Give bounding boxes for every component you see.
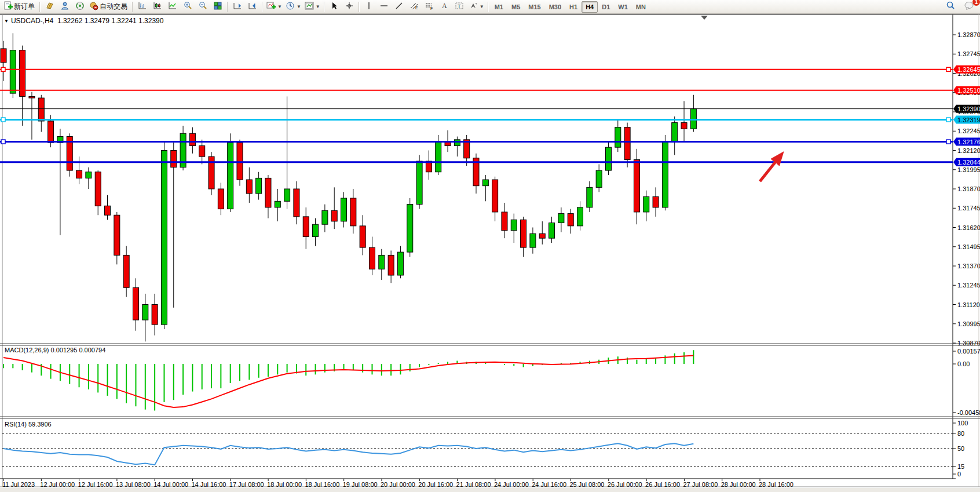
autotrade-button[interactable]: 自动交易 (87, 1, 130, 13)
time-axis-label: 25 Jul 08:00 (570, 481, 605, 488)
separator (227, 2, 228, 12)
bar-chart-button[interactable] (135, 1, 150, 13)
crosshair-button[interactable] (342, 1, 357, 13)
timeframe-H4[interactable]: H4 (582, 1, 598, 13)
line-handle[interactable] (946, 140, 950, 144)
candle-body (303, 217, 309, 237)
search-button[interactable] (943, 1, 958, 13)
timeframe-M30[interactable]: M30 (545, 1, 565, 13)
time-axis-label: 26 Jul 00:00 (608, 481, 642, 488)
candle-body (313, 224, 319, 236)
zoom-in-icon (183, 1, 192, 13)
time-axis-label: 28 Jul 00:00 (721, 481, 756, 488)
timeframe-M5[interactable]: M5 (507, 1, 524, 13)
chart-window-alt-icon (248, 1, 257, 13)
new-order-button[interactable]: 新订单 (2, 1, 38, 13)
time-axis-label: 17 Jul 08:00 (229, 481, 264, 488)
search-icon (945, 1, 956, 13)
separator (132, 2, 133, 12)
candle-body (615, 127, 621, 148)
zoom-in-button[interactable] (180, 1, 195, 13)
rsi-axis-label: 0 (957, 471, 961, 478)
candle-body (530, 234, 536, 247)
candle-body (294, 189, 299, 217)
timeframe-MN[interactable]: MN (632, 1, 650, 13)
text-button[interactable]: A (437, 1, 452, 13)
line-handle[interactable] (946, 118, 950, 122)
timeframe-M15[interactable]: M15 (524, 1, 544, 13)
timeframe-H1[interactable]: H1 (565, 1, 582, 13)
price-axis-label: 1.31620 (957, 224, 980, 231)
candle-body (20, 50, 25, 97)
candle-body (105, 206, 111, 215)
time-axis-label: 21 Jul 08:00 (456, 481, 491, 488)
candle-body (568, 214, 573, 226)
line-handle[interactable] (1, 140, 5, 144)
fibonacci-button[interactable]: F (422, 1, 437, 13)
svg-text:A: A (442, 2, 447, 10)
line-handle[interactable] (1, 67, 5, 71)
vertical-line-button[interactable] (361, 1, 376, 13)
time-axis-label: 12 Jul 16:00 (78, 481, 113, 488)
arrows-button[interactable]: ▼ (467, 1, 486, 13)
candle-body (38, 98, 44, 121)
price-axis-label: 1.31495 (957, 243, 980, 250)
price-axis-label: 1.31245 (957, 282, 980, 289)
line-handle[interactable] (946, 67, 950, 71)
period-clock-button[interactable]: ▼ (284, 1, 303, 13)
price-marker: 1.32510 (953, 86, 980, 94)
text-icon: A (440, 1, 449, 13)
price-marker-value: 1.32390 (957, 105, 980, 112)
rsi-axis-label: 50 (957, 445, 964, 452)
candle-body (10, 50, 16, 93)
signal-button[interactable] (72, 1, 87, 13)
macd-axis-label: -0.004588 (957, 409, 980, 416)
line-chart-button[interactable] (165, 1, 180, 13)
gold-seal-button[interactable] (42, 1, 57, 13)
equidistant-channel-icon: E (409, 1, 419, 13)
timeframe-M1[interactable]: M1 (491, 1, 507, 13)
timeframe-W1[interactable]: W1 (614, 1, 632, 13)
notifications-button[interactable]: 1 (961, 1, 977, 13)
candle-body (48, 121, 54, 143)
bar-chart-icon (138, 1, 147, 13)
svg-text:F: F (430, 6, 433, 10)
chevron-down-icon: ▼ (480, 4, 484, 9)
candlestick-chart-button[interactable] (150, 1, 165, 13)
zoom-out-button[interactable] (195, 1, 210, 13)
chart-window-alt-button[interactable] (245, 1, 260, 13)
add-indicator-button[interactable]: ▼ (265, 1, 284, 13)
candle-body (95, 172, 101, 206)
candle-body (662, 141, 668, 207)
horizontal-line-button[interactable] (376, 1, 392, 13)
candle-body (407, 205, 413, 252)
template-icon (305, 1, 314, 13)
candle-body (624, 127, 630, 160)
rsi-axis-label: 15 (957, 463, 964, 470)
trendline-button[interactable] (392, 1, 407, 13)
price-axis-label: 1.31745 (957, 205, 980, 212)
chart-window-button[interactable] (230, 1, 245, 13)
candle-body (482, 180, 488, 186)
cursor-button[interactable] (327, 1, 342, 13)
candle-body (322, 210, 328, 224)
price-axis-label: 1.30995 (957, 320, 980, 327)
text-label-button[interactable]: T (452, 1, 467, 13)
template-button[interactable]: ▼ (303, 1, 322, 13)
timeframe-D1[interactable]: D1 (598, 1, 614, 13)
candle-body (558, 214, 564, 223)
separator (262, 2, 263, 12)
candle-body (397, 252, 403, 275)
time-axis-label: 18 Jul 16:00 (305, 481, 339, 488)
chevron-down-icon: ▼ (297, 4, 301, 9)
tile-windows-button[interactable] (210, 1, 225, 13)
equidistant-channel-button[interactable]: E (407, 1, 422, 13)
chart-canvas[interactable]: 1.328701.327451.326201.324951.323701.322… (0, 0, 980, 492)
expert-advisor-button[interactable] (57, 1, 72, 13)
candle-body (189, 133, 195, 145)
candle-body (142, 305, 148, 320)
line-handle[interactable] (1, 118, 5, 122)
svg-text:T: T (458, 3, 461, 9)
time-axis-label: 19 Jul 08:00 (343, 481, 378, 488)
toolbar: 新订单 自动交易 (0, 0, 980, 14)
